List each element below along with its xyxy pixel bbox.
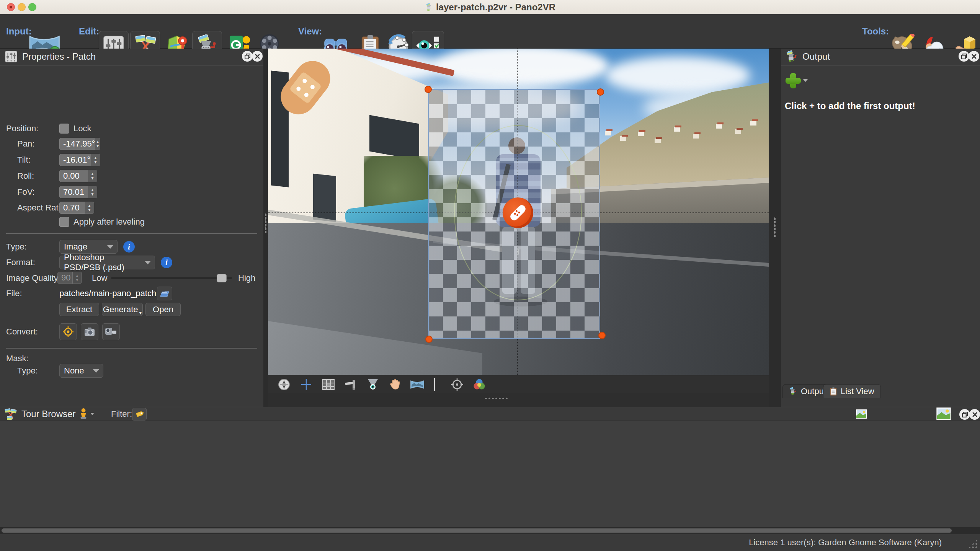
view-cone-icon (366, 378, 379, 391)
mask-type-value: None (64, 366, 84, 376)
target-icon (450, 378, 464, 391)
fov-spinner[interactable]: 70.01 ▲▼ (59, 186, 97, 198)
tilt-input[interactable]: -16.01° (59, 154, 91, 166)
compass-button[interactable] (276, 377, 292, 393)
float-output-panel-button[interactable] (959, 51, 969, 62)
image-quality-slider[interactable] (111, 277, 232, 279)
output-panel-header: Output (781, 49, 980, 65)
quality-low-label: Low (92, 272, 107, 284)
fov-stepper[interactable]: ▲▼ (88, 186, 97, 198)
patch-handle-bottom-right[interactable] (598, 332, 606, 339)
apply-after-leveling-checkbox[interactable] (59, 217, 69, 227)
roll-input[interactable]: 0.00 (59, 170, 88, 182)
close-output-panel-button[interactable] (969, 51, 979, 62)
output-panel-title: Output (802, 51, 830, 62)
aspect-ratio-stepper[interactable]: ▲▼ (85, 202, 94, 214)
camera-icon (84, 327, 95, 337)
close-icon (255, 54, 260, 59)
scrollbar-thumb[interactable] (2, 528, 952, 533)
float-panel-button[interactable] (242, 51, 253, 62)
main-toolbar: Input: Edit: (0, 14, 980, 49)
float-tour-browser-button[interactable] (959, 409, 970, 420)
pegman-menu-button[interactable] (78, 408, 94, 420)
image-quality-slider-handle[interactable] (217, 274, 227, 282)
pano2vr-window: layer-patch.p2vr - Pano2VR Input: Edit: (0, 0, 980, 551)
mask-type-select[interactable]: None (59, 364, 103, 378)
bandaid-icon (509, 204, 527, 222)
convert-label: Convert: (6, 326, 38, 338)
pan-hand-button[interactable] (387, 377, 403, 393)
convert-to-video-button[interactable] (102, 323, 120, 340)
chevron-down-icon (107, 245, 113, 249)
tilt-stepper[interactable]: ▲▼ (91, 154, 100, 166)
patch-handle-top-left[interactable] (425, 86, 432, 93)
type-label: Type: (6, 241, 27, 253)
type-select[interactable]: Image (59, 240, 118, 254)
roll-stepper[interactable]: ▲▼ (88, 170, 97, 182)
compass-icon (278, 378, 291, 391)
crosshair-button[interactable] (298, 377, 315, 393)
grid-button[interactable] (320, 377, 337, 393)
pan-stepper[interactable]: ▲▼ (95, 138, 100, 150)
type-info-icon[interactable]: i (123, 241, 135, 253)
add-output-button[interactable] (786, 73, 808, 88)
generate-button[interactable]: Generate▾ (102, 303, 143, 316)
convert-to-still-button[interactable] (81, 323, 98, 340)
leveling-button[interactable] (342, 377, 359, 393)
browse-file-button[interactable] (157, 287, 172, 300)
left-splitter[interactable] (263, 49, 268, 407)
output-empty-message: Click + to add the first output! (785, 101, 915, 111)
aspect-ratio-spinner[interactable]: 0.70 ▲▼ (59, 202, 94, 214)
preview-colors-button[interactable] (471, 377, 488, 393)
hotspot-target-button[interactable] (449, 377, 466, 393)
open-button[interactable]: Open (145, 303, 181, 316)
tab-list-view[interactable]: List View (823, 384, 881, 398)
close-icon (972, 412, 977, 417)
extract-button[interactable]: Extract (59, 303, 99, 316)
mask-type-label: Type: (17, 365, 38, 377)
hotspot-icon (62, 326, 74, 337)
output-panel-icon (786, 50, 798, 63)
filter-tag-button[interactable] (132, 408, 147, 421)
convert-to-hotspot-button[interactable] (59, 323, 77, 340)
panorama-scene[interactable] (268, 49, 769, 375)
roll-label: Roll: (17, 170, 34, 182)
pan-spinner[interactable]: -147.95° ▲▼ (59, 138, 100, 150)
panorama-viewer[interactable] (268, 49, 769, 393)
horizontal-scrollbar[interactable] (0, 527, 980, 534)
type-value: Image (64, 242, 87, 252)
position-label: Position: (6, 122, 38, 135)
aspect-ratio-input[interactable]: 0.70 (59, 202, 85, 214)
panorama-view-button[interactable] (409, 377, 426, 393)
patch-marker[interactable] (503, 197, 533, 228)
format-select[interactable]: Photoshop PSD/PSB (.psd) (59, 256, 155, 269)
fov-input[interactable]: 70.01 (59, 186, 88, 198)
view-cone-button[interactable] (364, 377, 381, 393)
tour-browser-icon (4, 408, 17, 422)
lock-checkbox[interactable] (59, 124, 69, 134)
roll-spinner[interactable]: 0.00 ▲▼ (59, 170, 97, 182)
close-icon (972, 54, 977, 59)
float-icon (961, 54, 967, 59)
patch-handle-bottom-left[interactable] (425, 336, 433, 343)
pan-input[interactable]: -147.95° (59, 138, 95, 150)
format-value: Photoshop PSD/PSB (.psd) (64, 253, 139, 272)
right-splitter[interactable] (769, 49, 781, 407)
viewer-bottom-splitter[interactable] (268, 393, 769, 407)
resize-grip[interactable] (968, 539, 978, 549)
quality-high-label: High (238, 272, 255, 284)
format-info-icon[interactable]: i (161, 257, 172, 268)
step-up-icon: ▲ (96, 140, 100, 144)
close-panel-button[interactable] (252, 51, 263, 62)
properties-panel-title: Properties - Patch (22, 51, 96, 62)
properties-panel-header: Properties - Patch (0, 49, 263, 65)
pegman-icon (78, 408, 88, 420)
status-bar: License 1 user(s): Garden Gnome Software… (0, 534, 980, 551)
thumbnail-size-small-icon (856, 409, 867, 420)
close-tour-browser-button[interactable] (969, 409, 980, 420)
float-icon (245, 54, 250, 59)
file-path-value: patches/main-pano_patch.psd (59, 287, 172, 300)
tilt-spinner[interactable]: -16.01° ▲▼ (59, 154, 100, 166)
image-quality-input: 90 (57, 272, 72, 284)
patch-handle-top-right[interactable] (597, 88, 604, 96)
